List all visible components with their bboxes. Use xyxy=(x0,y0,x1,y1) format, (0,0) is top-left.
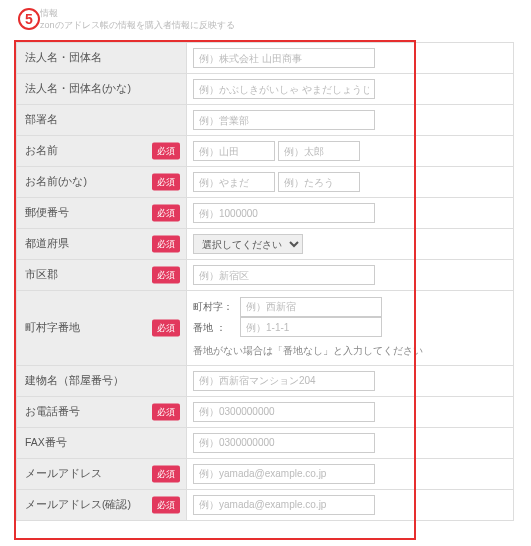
building-input[interactable] xyxy=(193,371,375,391)
label-name: お名前必須 xyxy=(17,136,187,167)
label-department: 部署名 xyxy=(17,105,187,136)
city-input[interactable] xyxy=(193,265,375,285)
company-kana-input[interactable] xyxy=(193,79,375,99)
fax-input[interactable] xyxy=(193,433,375,453)
block-sublabel: 番地 ： xyxy=(193,318,237,337)
required-badge: 必須 xyxy=(152,174,180,191)
town-sublabel: 町村字： xyxy=(193,297,237,316)
label-name-kana: お名前(かな)必須 xyxy=(17,167,187,198)
town-input[interactable] xyxy=(240,297,382,317)
step-number: 5 xyxy=(25,11,33,27)
label-postal: 郵便番号必須 xyxy=(17,198,187,229)
required-badge: 必須 xyxy=(152,465,180,482)
header-line1: 情報 xyxy=(40,8,235,20)
label-email-confirm: メールアドレス(確認)必須 xyxy=(17,489,187,520)
label-company-kana: 法人名・団体名(かな) xyxy=(17,74,187,105)
block-input[interactable] xyxy=(240,317,382,337)
label-company: 法人名・団体名 xyxy=(17,43,187,74)
required-badge: 必須 xyxy=(152,205,180,222)
name-first-input[interactable] xyxy=(278,141,360,161)
company-input[interactable] xyxy=(193,48,375,68)
required-badge: 必須 xyxy=(152,267,180,284)
label-phone: お電話番号必須 xyxy=(17,396,187,427)
department-input[interactable] xyxy=(193,110,375,130)
label-city: 市区郡必須 xyxy=(17,260,187,291)
label-fax: FAX番号 xyxy=(17,427,187,458)
name-kana-first-input[interactable] xyxy=(278,172,360,192)
town-hint: 番地がない場合は「番地なし」と入力してください xyxy=(193,342,507,360)
email-input[interactable] xyxy=(193,464,375,484)
step-number-circle: 5 xyxy=(18,8,40,30)
required-badge: 必須 xyxy=(152,236,180,253)
label-town-block: 町村字番地必須 xyxy=(17,291,187,366)
label-building: 建物名（部屋番号） xyxy=(17,365,187,396)
section-header: 情報 zonのアドレス帳の情報を購入者情報に反映する xyxy=(40,8,235,31)
buyer-info-form: 法人名・団体名 法人名・団体名(かな) 部署名 お名前必須 お名前(かな)必須 … xyxy=(16,42,514,521)
required-badge: 必須 xyxy=(152,319,180,336)
required-badge: 必須 xyxy=(152,496,180,513)
name-last-input[interactable] xyxy=(193,141,275,161)
required-badge: 必須 xyxy=(152,403,180,420)
label-email: メールアドレス必須 xyxy=(17,458,187,489)
name-kana-last-input[interactable] xyxy=(193,172,275,192)
label-prefecture: 都道府県必須 xyxy=(17,229,187,260)
prefecture-select[interactable]: 選択してください xyxy=(193,234,303,254)
email-confirm-input[interactable] xyxy=(193,495,375,515)
required-badge: 必須 xyxy=(152,143,180,160)
phone-input[interactable] xyxy=(193,402,375,422)
header-line2: zonのアドレス帳の情報を購入者情報に反映する xyxy=(40,20,235,32)
postal-input[interactable] xyxy=(193,203,375,223)
